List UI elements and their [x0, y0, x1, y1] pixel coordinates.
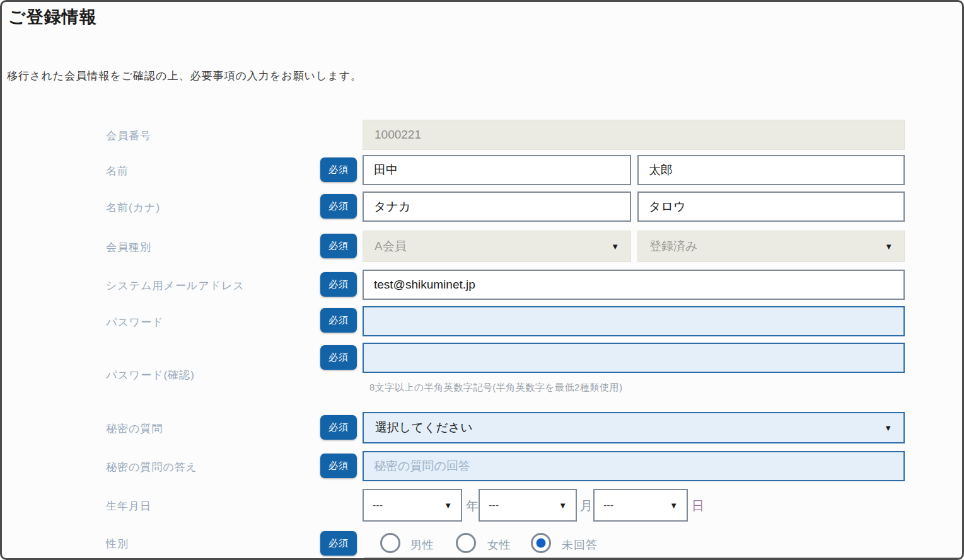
chevron-down-icon: ▼: [559, 501, 567, 510]
required-badge: 必須: [320, 531, 357, 556]
name-label: 名前: [106, 164, 129, 178]
birthdate-label: 生年月日: [106, 499, 151, 513]
chevron-down-icon: ▼: [885, 242, 893, 251]
member-status-value: 登録済み: [649, 238, 697, 254]
password-hint: 8文字以上の半角英数字記号(半角英数字を最低2種類使用): [369, 382, 622, 394]
member-type-label: 会員種別: [106, 240, 151, 254]
last-name-kana-input[interactable]: [363, 191, 631, 222]
password-label: パスワード: [106, 315, 164, 329]
chevron-down-icon: ▼: [670, 501, 678, 510]
month-unit-label: 月: [580, 498, 593, 515]
birth-year-select[interactable]: --- ▼: [363, 489, 462, 522]
page-title: ご登録情報: [8, 6, 97, 28]
required-badge: 必須: [320, 272, 357, 297]
secret-answer-input[interactable]: [363, 451, 905, 481]
required-badge: 必須: [320, 194, 357, 219]
day-unit-label: 日: [692, 498, 704, 515]
secret-question-value: 選択してください: [375, 420, 473, 436]
required-badge: 必須: [320, 454, 357, 478]
birth-month-select[interactable]: --- ▼: [479, 489, 577, 522]
member-status-select: 登録済み ▼: [637, 231, 905, 262]
required-badge: 必須: [320, 345, 357, 370]
required-badge: 必須: [320, 308, 357, 333]
chevron-down-icon: ▼: [444, 501, 452, 510]
first-name-kana-input[interactable]: [637, 191, 905, 222]
member-type-value: A会員: [375, 238, 407, 254]
gender-radio-noanswer[interactable]: [531, 533, 551, 553]
last-name-input[interactable]: [363, 155, 631, 185]
chevron-down-icon: ▼: [884, 423, 892, 433]
required-badge: 必須: [320, 415, 357, 440]
secret-question-label: 秘密の質問: [106, 421, 163, 436]
registration-form: ご登録情報 移行された会員情報をご確認の上、必要事項の入力をお願いします。 会員…: [0, 0, 964, 560]
birth-day-value: ---: [603, 500, 613, 511]
name-kana-label: 名前(カナ): [106, 200, 160, 215]
page-description: 移行された会員情報をご確認の上、必要事項の入力をお願いします。: [7, 69, 362, 83]
member-no-field: 1000221: [363, 120, 905, 150]
email-input[interactable]: [363, 270, 905, 300]
gender-radio-female[interactable]: [456, 533, 476, 553]
birth-day-select[interactable]: --- ▼: [593, 489, 688, 522]
gender-label: 性別: [106, 537, 129, 551]
email-label: システム用メールアドレス: [106, 278, 245, 293]
member-no-label: 会員番号: [106, 129, 151, 143]
required-badge: 必須: [320, 234, 357, 258]
member-type-select: A会員 ▼: [363, 231, 631, 262]
gender-option-male-label[interactable]: 男性: [410, 537, 434, 552]
chevron-down-icon: ▼: [611, 242, 619, 251]
password-confirm-input[interactable]: [363, 343, 905, 373]
gender-option-noanswer-label[interactable]: 未回答: [562, 537, 598, 552]
password-confirm-label: パスワード(確認): [106, 368, 195, 382]
year-unit-label: 年: [466, 498, 479, 515]
first-name-input[interactable]: [637, 155, 905, 185]
gender-option-female-label[interactable]: 女性: [487, 537, 511, 552]
birth-year-value: ---: [373, 500, 383, 511]
password-input[interactable]: [363, 306, 905, 336]
required-badge: 必須: [320, 157, 357, 182]
bottom-divider: [364, 557, 964, 560]
birth-month-value: ---: [489, 500, 499, 511]
gender-radio-male[interactable]: [380, 533, 400, 553]
secret-answer-label: 秘密の質問の答え: [106, 460, 197, 474]
secret-question-select[interactable]: 選択してください ▼: [363, 412, 905, 443]
